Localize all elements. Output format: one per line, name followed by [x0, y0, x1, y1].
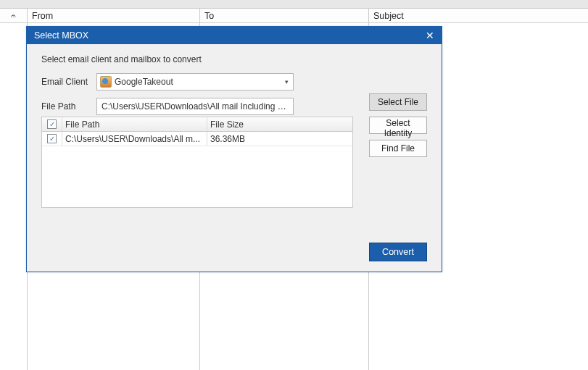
file-table-header-check[interactable]: ✓: [42, 117, 62, 131]
email-client-combo[interactable]: GoogleTakeout ▾: [96, 73, 294, 91]
column-to[interactable]: To: [200, 9, 369, 22]
file-table-header-path[interactable]: File Path: [62, 117, 207, 131]
table-row[interactable]: ✓ C:\Users\USER\Downloads\All m... 36.36…: [42, 132, 352, 146]
mail-list-header: 𝄐 From To Subject: [0, 9, 588, 23]
side-button-group: Select File Select Identity Find File: [369, 93, 427, 157]
mail-pane-attachment: [0, 23, 28, 370]
dialog-titlebar: Select MBOX ✕: [27, 27, 442, 44]
column-from-label: From: [32, 11, 53, 21]
convert-button[interactable]: Convert: [369, 243, 427, 261]
file-table-header-size[interactable]: File Size: [207, 117, 352, 131]
dialog-body: Select email client and mailbox to conve…: [27, 44, 442, 272]
column-subject-label: Subject: [373, 11, 404, 21]
column-subject[interactable]: Subject: [369, 9, 588, 22]
close-icon[interactable]: ✕: [426, 30, 434, 41]
row-path-cell: C:\Users\USER\Downloads\All m...: [62, 132, 207, 146]
app-header-strip: [0, 0, 588, 9]
row-check-cell[interactable]: ✓: [42, 132, 62, 146]
file-path-input[interactable]: [96, 98, 294, 115]
select-file-button[interactable]: Select File: [369, 93, 427, 111]
file-table-header: ✓ File Path File Size: [42, 117, 352, 132]
google-takeout-icon: [100, 76, 112, 88]
email-client-label: Email Client: [41, 77, 96, 87]
paperclip-icon: 𝄐: [11, 11, 16, 21]
file-path-label: File Path: [41, 101, 96, 112]
select-mbox-dialog: Select MBOX ✕ Select email client and ma…: [26, 26, 442, 272]
find-file-button[interactable]: Find File: [369, 140, 427, 157]
row-size-cell: 36.36MB: [207, 132, 352, 146]
checkbox-icon[interactable]: ✓: [47, 134, 57, 143]
file-table: ✓ File Path File Size ✓ C:\Users\USER\Do…: [41, 117, 353, 208]
select-identity-button[interactable]: Select Identity: [369, 117, 427, 134]
checkbox-icon[interactable]: ✓: [47, 119, 57, 129]
email-client-row: Email Client GoogleTakeout ▾: [41, 73, 427, 91]
column-to-label: To: [204, 11, 214, 21]
column-from[interactable]: From: [28, 9, 200, 22]
dialog-instruction: Select email client and mailbox to conve…: [41, 54, 427, 64]
dialog-title: Select MBOX: [34, 30, 88, 41]
email-client-value: GoogleTakeout: [115, 77, 173, 87]
column-attachment[interactable]: 𝄐: [0, 9, 28, 22]
chevron-down-icon: ▾: [285, 78, 289, 85]
